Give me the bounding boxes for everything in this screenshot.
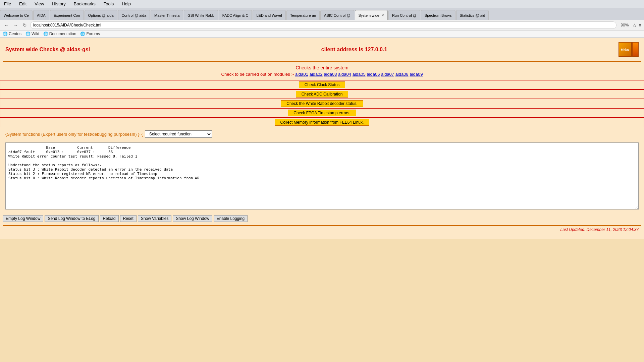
bookmark-wiki[interactable]: 🌐 Wiki — [25, 32, 39, 36]
menu-help[interactable]: Help — [120, 1, 132, 7]
tab-0[interactable]: Welcome to Ce — [0, 10, 33, 20]
bookmark-forums[interactable]: 🌐 Forums — [80, 32, 100, 36]
logo-box: Midas — [619, 42, 632, 57]
browser-chrome: File Edit View History Bookmarks Tools H… — [0, 0, 644, 38]
system-functions-label: {System functions (Expert users only for… — [5, 132, 140, 137]
tab-12[interactable]: Run Control @ — [388, 10, 420, 20]
center-section: Checks the entire system Check to be car… — [0, 62, 644, 80]
menu-icon[interactable]: ≡ — [639, 23, 641, 28]
bottom-buttons: Empty Log Window Send Log Window to ELog… — [0, 213, 644, 224]
back-button[interactable]: ← — [3, 22, 10, 28]
show-variables-button[interactable]: Show Variables — [138, 215, 172, 222]
button-row-4: Collect Memory information from FEE64 Li… — [0, 118, 644, 127]
tab-bar: Welcome to Ce AIDA Experiment Con Option… — [0, 8, 644, 20]
brace-open: { — [142, 132, 143, 137]
check-fpga-timestamp-button[interactable]: Check FPGA Timestamp errors. — [288, 110, 356, 116]
globe-icon-4: 🌐 — [80, 32, 85, 36]
button-row-0: Check Clock Status — [0, 80, 644, 89]
forward-button[interactable]: → — [12, 22, 19, 28]
page-title: System wide Checks @ aidas-gsi — [5, 47, 90, 53]
tab-13[interactable]: Spectrum Brows — [421, 10, 455, 20]
button-row-3: Check FPGA Timestamp errors. — [0, 108, 644, 118]
page-content: System wide Checks @ aidas-gsi client ad… — [0, 38, 644, 239]
module-link-aida09[interactable]: aida09 — [410, 72, 423, 77]
tab-9[interactable]: Temperature an — [286, 10, 320, 20]
midas-logo: Midas — [619, 42, 639, 57]
client-address: client address is 127.0.0.1 — [321, 47, 387, 53]
module-link-aida06[interactable]: aida06 — [367, 72, 380, 77]
collect-memory-button[interactable]: Collect Memory information from FEE64 Li… — [275, 119, 370, 126]
module-link-aida01[interactable]: aida01 — [295, 72, 308, 77]
bookmark-centos[interactable]: 🌐 Centos — [3, 32, 21, 36]
globe-icon: 🌐 — [3, 32, 8, 36]
send-log-elog-button[interactable]: Send Log Window to ELog — [45, 215, 98, 222]
tab-7[interactable]: FADC Align & C — [219, 10, 252, 20]
tab-1[interactable]: AIDA — [33, 10, 49, 20]
log-section — [0, 141, 644, 213]
tab-5[interactable]: Master Timesta — [151, 10, 183, 20]
tab-14[interactable]: Statistics @ aid — [456, 10, 489, 20]
menu-view[interactable]: View — [33, 1, 45, 7]
last-updated: Last Updated: December 11, 2023 12:04:37 — [0, 226, 644, 233]
tab-11-active[interactable]: System wide ✕ — [355, 10, 388, 20]
url-input[interactable] — [30, 21, 616, 29]
check-adc-calibration-button[interactable]: Check ADC Calibration — [296, 91, 348, 98]
checks-title: Checks the entire system — [0, 65, 644, 70]
address-bar: ← → ↻ 90% ☆ ≡ — [0, 20, 644, 31]
module-link-aida08[interactable]: aida08 — [395, 72, 409, 77]
menu-history[interactable]: History — [51, 1, 67, 7]
menu-tools[interactable]: Tools — [102, 1, 115, 7]
reload-button-bottom[interactable]: Reload — [100, 215, 119, 222]
module-link-aida02[interactable]: aida02 — [310, 72, 323, 77]
bookmarks-bar: 🌐 Centos 🌐 Wiki 🌐 Documentation 🌐 Forums — [0, 31, 644, 38]
button-row-2: Check the White Rabbit decoder status. — [0, 99, 644, 108]
system-functions-section: {System functions (Expert users only for… — [0, 127, 644, 141]
module-link-aida04[interactable]: aida04 — [338, 72, 351, 77]
zoom-level: 90% — [619, 23, 631, 27]
show-log-window-button[interactable]: Show Log Window — [173, 215, 212, 222]
check-white-rabbit-button[interactable]: Check the White Rabbit decoder status. — [281, 100, 363, 107]
globe-icon-2: 🌐 — [25, 32, 31, 36]
enable-logging-button[interactable]: Enable Logging — [214, 215, 248, 222]
tab-4[interactable]: Control @ aida — [118, 10, 150, 20]
globe-icon-3: 🌐 — [43, 32, 48, 36]
tab-8[interactable]: LED and Wavef — [253, 10, 286, 20]
module-link-aida07[interactable]: aida07 — [381, 72, 394, 77]
bookmark-star-icon[interactable]: ☆ — [633, 23, 637, 28]
tab-10[interactable]: ASIC Control @ — [320, 10, 354, 20]
page-header: System wide Checks @ aidas-gsi client ad… — [0, 38, 644, 61]
check-clock-status-button[interactable]: Check Clock Status — [299, 81, 345, 88]
tab-close-icon[interactable]: ✕ — [381, 13, 384, 17]
bookmark-documentation[interactable]: 🌐 Documentation — [43, 32, 76, 36]
tab-3[interactable]: Options @ aida — [85, 10, 117, 20]
button-row-1: Check ADC Calibration — [0, 89, 644, 99]
tab-2[interactable]: Experiment Con — [50, 10, 84, 20]
menu-bookmarks[interactable]: Bookmarks — [72, 1, 97, 7]
modules-line: Check to be carried out on modules :- ai… — [0, 72, 644, 77]
reload-button[interactable]: ↻ — [21, 22, 28, 28]
menu-edit[interactable]: Edit — [18, 1, 28, 7]
empty-log-window-button[interactable]: Empty Log Window — [3, 215, 43, 222]
module-link-aida05[interactable]: aida05 — [353, 72, 366, 77]
tab-6[interactable]: GSI White Rabb — [184, 10, 218, 20]
module-link-aida03[interactable]: aida03 — [324, 72, 337, 77]
function-select[interactable]: Select required function — [145, 130, 212, 138]
menu-bar: File Edit View History Bookmarks Tools H… — [0, 0, 644, 8]
log-window[interactable] — [5, 142, 639, 209]
reset-button[interactable]: Reset — [120, 215, 137, 222]
menu-file[interactable]: File — [3, 1, 12, 7]
